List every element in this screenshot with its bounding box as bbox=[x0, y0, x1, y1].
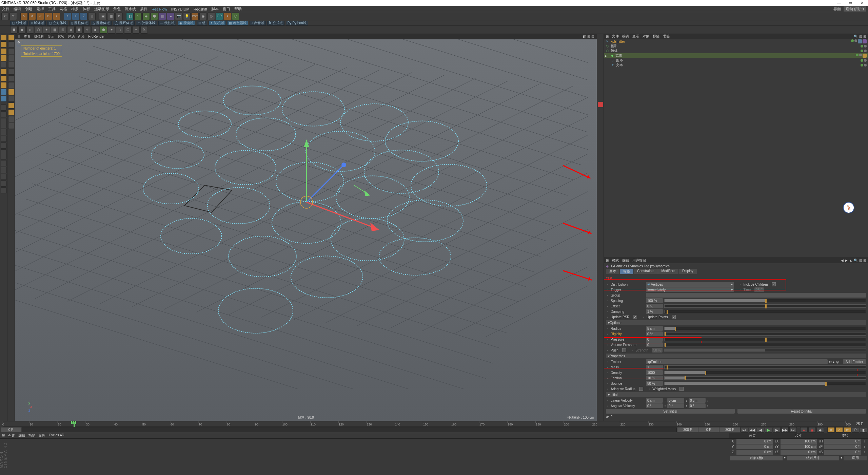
object-row[interactable]: ○圆环 bbox=[604, 58, 868, 63]
effector-icon[interactable]: ✦ bbox=[108, 26, 115, 34]
generator-icon[interactable]: ◆ bbox=[142, 13, 150, 20]
mograph-icon[interactable]: ⬢ bbox=[151, 13, 158, 20]
next-key-icon[interactable]: ▶▶ bbox=[781, 427, 789, 433]
menu-item[interactable]: 流水线 bbox=[125, 6, 136, 12]
vptool-icon[interactable] bbox=[598, 83, 603, 89]
vp-tab[interactable]: 摄像机 bbox=[34, 34, 44, 39]
field-chip-active[interactable]: ◉径向域 bbox=[178, 21, 195, 25]
key-param-icon[interactable]: P bbox=[852, 427, 859, 433]
vp-tab[interactable]: 过滤 bbox=[68, 34, 75, 39]
snap-icon[interactable] bbox=[1, 180, 7, 187]
effector-icon[interactable]: ✧ bbox=[83, 26, 91, 34]
effector-icon[interactable]: fx bbox=[140, 26, 148, 34]
add-emitter-button[interactable]: Add Emitter bbox=[843, 359, 866, 364]
key-rot-icon[interactable]: ⟳ bbox=[844, 427, 851, 433]
snap-icon[interactable] bbox=[1, 187, 7, 193]
mode-icon[interactable] bbox=[1, 55, 7, 61]
tool-icon[interactable] bbox=[8, 55, 14, 61]
render-view-icon[interactable]: ▣ bbox=[99, 13, 106, 20]
mode-icon[interactable] bbox=[1, 48, 7, 54]
redo-icon[interactable]: ↷ bbox=[9, 13, 17, 20]
tool-icon[interactable] bbox=[8, 102, 14, 109]
effector-icon[interactable]: ⬡ bbox=[35, 26, 42, 34]
effector-icon[interactable]: ✧ bbox=[132, 26, 140, 34]
vp-tab[interactable]: ProRender bbox=[88, 35, 104, 38]
menu-item[interactable]: 工具 bbox=[48, 6, 56, 12]
menu-item[interactable]: 脚本 bbox=[211, 6, 219, 12]
vp-icon[interactable]: ◧ bbox=[583, 35, 586, 38]
redshift-icon[interactable]: ◎ bbox=[208, 13, 215, 20]
layout-select[interactable]: 启动 (用户) bbox=[844, 6, 866, 12]
mode-icon[interactable] bbox=[1, 75, 7, 81]
octane-icon[interactable]: OR bbox=[216, 13, 223, 20]
xpresso-icon[interactable]: ◉ bbox=[199, 13, 207, 20]
menu-item[interactable]: 帮助 bbox=[234, 6, 242, 12]
mode-icon[interactable] bbox=[1, 62, 7, 68]
tool-icon[interactable] bbox=[8, 41, 14, 48]
snap-icon[interactable] bbox=[1, 111, 7, 117]
snap-icon[interactable] bbox=[1, 160, 7, 166]
apply-button[interactable]: 应用 bbox=[844, 456, 867, 460]
field-chip[interactable]: ○球体域 bbox=[29, 21, 46, 25]
menu-item[interactable]: 插件 bbox=[140, 6, 147, 12]
mode-icon[interactable] bbox=[1, 89, 7, 95]
range-start[interactable]: 0 F bbox=[1, 428, 21, 432]
object-row[interactable]: ⬡随机 bbox=[604, 49, 868, 53]
vptool-icon[interactable] bbox=[598, 96, 603, 101]
field-chip[interactable]: —线性域 bbox=[158, 21, 176, 25]
snap-icon[interactable] bbox=[1, 167, 7, 173]
xparticles-icon[interactable]: ✦ bbox=[224, 13, 231, 20]
vp-tab[interactable]: 面板 bbox=[78, 34, 85, 39]
coord-sys-icon[interactable]: ⊞ bbox=[88, 13, 96, 20]
render-region-icon[interactable]: ▦ bbox=[107, 13, 115, 20]
object-row[interactable]: ▸◆克隆 bbox=[604, 53, 868, 58]
effector-icon[interactable]: ◇ bbox=[116, 26, 123, 34]
field-chip[interactable]: ◯圆环体域 bbox=[113, 21, 135, 25]
include-children-checkbox[interactable]: ✓ bbox=[772, 282, 776, 286]
vptool-icon[interactable] bbox=[598, 47, 603, 52]
x-axis-icon[interactable]: X bbox=[64, 13, 71, 20]
menu-realflow[interactable]: RealFlow bbox=[152, 7, 167, 11]
undo-icon[interactable]: ↶ bbox=[1, 13, 9, 20]
nav-cube-icon[interactable]: ✥ bbox=[17, 40, 23, 46]
play-icon[interactable]: ▶ bbox=[765, 427, 772, 433]
menu-item[interactable]: 角色 bbox=[113, 6, 121, 12]
menu-item[interactable]: 窗口 bbox=[223, 6, 230, 12]
psr-icon[interactable]: PSR bbox=[191, 13, 199, 20]
initial-header[interactable]: ▾ Initial bbox=[606, 392, 866, 397]
snap-icon[interactable] bbox=[1, 136, 7, 142]
tool-icon[interactable] bbox=[8, 69, 14, 75]
effector-icon[interactable]: ⬢ bbox=[75, 26, 83, 34]
vp-tab[interactable]: 选项 bbox=[58, 34, 64, 39]
cube-primitive-icon[interactable]: ◧ bbox=[126, 13, 134, 20]
attr-tab-active[interactable]: 标签 bbox=[620, 269, 633, 274]
effector-icon[interactable]: ⬡ bbox=[124, 26, 132, 34]
vptool-icon[interactable] bbox=[598, 71, 603, 77]
vptool-icon[interactable] bbox=[598, 102, 603, 107]
effector-icon[interactable]: ▦ bbox=[51, 26, 58, 34]
snap-icon[interactable] bbox=[1, 142, 7, 149]
target-icon[interactable]: ◎ bbox=[836, 360, 839, 364]
z-axis-icon[interactable]: Z bbox=[80, 13, 87, 20]
menu-item[interactable]: 样条 bbox=[71, 6, 79, 12]
effector-icon[interactable]: ◉ bbox=[67, 26, 75, 34]
mode-icon[interactable] bbox=[1, 69, 7, 75]
tool-icon[interactable] bbox=[8, 35, 14, 41]
menu-item[interactable]: 编辑 bbox=[14, 6, 21, 12]
attr-tab[interactable]: Display bbox=[679, 269, 697, 274]
object-row[interactable]: T文本 bbox=[604, 63, 868, 68]
key-pos-icon[interactable]: ✥ bbox=[827, 427, 835, 433]
effector-icon[interactable]: ⬢ bbox=[10, 26, 18, 34]
field-chip[interactable]: △圆锥体域 bbox=[91, 21, 112, 25]
field-chip[interactable]: ⬭胶囊体域 bbox=[136, 21, 157, 25]
menu-item[interactable]: Redshift bbox=[194, 7, 207, 11]
snap-icon[interactable] bbox=[1, 118, 7, 128]
lastused-tool-icon[interactable]: ✦ bbox=[53, 13, 60, 20]
properties-header[interactable]: ▾ Properties bbox=[606, 354, 866, 358]
tool-icon[interactable] bbox=[8, 123, 14, 129]
record-icon[interactable]: ● bbox=[800, 427, 808, 433]
mode-icon[interactable] bbox=[1, 82, 7, 88]
picker-icon[interactable]: ▸ bbox=[833, 360, 835, 364]
effector-icon[interactable]: ⬢ bbox=[100, 26, 107, 34]
field-chip[interactable]: ▢立方体域 bbox=[47, 21, 68, 25]
